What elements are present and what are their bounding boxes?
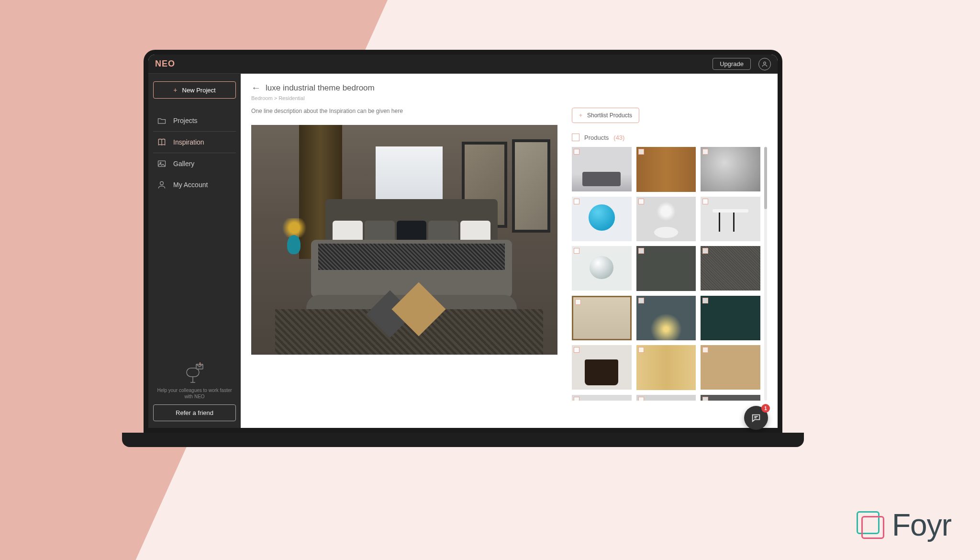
product-thumb[interactable] xyxy=(701,296,760,340)
product-checkbox[interactable] xyxy=(638,397,644,401)
product-thumb[interactable] xyxy=(572,246,632,291)
detail-column: One line description about the Inspirati… xyxy=(251,108,557,401)
plus-icon: + xyxy=(579,112,582,119)
product-thumb[interactable] xyxy=(572,147,632,191)
title-row: ← luxe industrial theme bedroom xyxy=(251,82,767,93)
app-screen: NEO Upgrade + New Project Proj xyxy=(148,55,778,428)
foyr-logo: Foyr xyxy=(857,507,951,543)
product-checkbox[interactable] xyxy=(702,199,708,204)
product-checkbox[interactable] xyxy=(638,347,644,353)
description-text: One line description about the Inspirati… xyxy=(251,108,557,114)
product-thumb[interactable] xyxy=(636,197,696,242)
product-checkbox[interactable] xyxy=(638,248,644,254)
products-scroll xyxy=(572,147,767,401)
product-checkbox[interactable] xyxy=(702,298,708,303)
account-icon[interactable] xyxy=(758,58,771,70)
product-checkbox[interactable] xyxy=(638,298,644,303)
product-thumb[interactable] xyxy=(636,296,696,341)
nav-label: My Account xyxy=(173,181,208,189)
product-thumb[interactable] xyxy=(701,197,760,241)
product-thumb[interactable] xyxy=(572,345,632,390)
chat-icon xyxy=(751,413,761,423)
scrollbar[interactable] xyxy=(764,147,767,401)
product-thumb[interactable] xyxy=(572,296,632,340)
help-text: Help your colleagues to work faster with… xyxy=(153,387,236,400)
product-thumb[interactable] xyxy=(701,395,760,401)
image-icon xyxy=(157,159,167,168)
product-thumb[interactable] xyxy=(636,147,696,192)
inspiration-hero-image xyxy=(251,125,557,355)
product-checkbox[interactable] xyxy=(702,347,708,353)
product-thumb[interactable] xyxy=(636,246,696,291)
breadcrumb: Bedroom > Residential xyxy=(251,95,767,101)
product-checkbox[interactable] xyxy=(638,199,644,204)
screen-bezel: NEO Upgrade + New Project Proj xyxy=(144,50,782,433)
products-count: (43) xyxy=(613,134,624,141)
product-thumb[interactable] xyxy=(572,395,632,401)
laptop-base xyxy=(122,433,804,447)
scrollbar-thumb[interactable] xyxy=(764,147,767,209)
product-thumb[interactable] xyxy=(636,395,696,401)
folder-icon xyxy=(157,116,167,125)
nav-list: Projects Inspiration Gallery My Acc xyxy=(153,110,236,195)
person-icon xyxy=(157,180,167,190)
product-checkbox[interactable] xyxy=(574,199,579,204)
mailbox-icon xyxy=(153,361,236,383)
foyr-wordmark: Foyr xyxy=(892,507,951,543)
sidebar-item-gallery[interactable]: Gallery xyxy=(153,153,236,174)
product-thumb[interactable] xyxy=(701,345,760,390)
product-checkbox[interactable] xyxy=(702,248,708,254)
products-column: + Shortlist Products Products (43) xyxy=(572,108,767,401)
nav-label: Projects xyxy=(173,117,198,124)
product-checkbox[interactable] xyxy=(575,299,581,305)
sidebar-item-inspiration[interactable]: Inspiration xyxy=(153,131,236,153)
new-project-button[interactable]: + New Project xyxy=(153,81,236,99)
sidebar: + New Project Projects Inspiration xyxy=(148,74,241,428)
product-checkbox[interactable] xyxy=(574,149,579,155)
shortlist-label: Shortlist Products xyxy=(587,112,632,119)
product-checkbox[interactable] xyxy=(702,397,708,401)
product-thumb[interactable] xyxy=(701,147,760,191)
content-row: One line description about the Inspirati… xyxy=(251,108,767,401)
sidebar-item-projects[interactable]: Projects xyxy=(153,110,236,131)
upgrade-button[interactable]: Upgrade xyxy=(713,58,751,70)
new-project-label: New Project xyxy=(182,87,216,94)
product-checkbox[interactable] xyxy=(574,347,579,353)
laptop-frame: NEO Upgrade + New Project Proj xyxy=(144,50,782,447)
plus-icon: + xyxy=(173,86,177,94)
product-checkbox[interactable] xyxy=(702,149,708,155)
main-content: ← luxe industrial theme bedroom Bedroom … xyxy=(241,74,778,428)
product-thumb[interactable] xyxy=(572,197,632,241)
svg-point-3 xyxy=(160,181,164,185)
book-icon xyxy=(157,137,167,147)
chat-button[interactable]: 1 xyxy=(744,406,768,428)
page-title: luxe industrial theme bedroom xyxy=(266,83,375,93)
foyr-mark-icon xyxy=(857,511,884,539)
products-label: Products xyxy=(584,134,609,141)
svg-point-0 xyxy=(764,62,766,64)
select-all-checkbox[interactable] xyxy=(572,134,579,141)
product-thumb[interactable] xyxy=(636,345,696,390)
product-checkbox[interactable] xyxy=(574,397,579,401)
topbar: NEO Upgrade xyxy=(148,55,778,74)
product-checkbox[interactable] xyxy=(574,248,579,254)
nav-label: Inspiration xyxy=(173,138,204,146)
product-grid xyxy=(572,147,760,401)
nav-label: Gallery xyxy=(173,160,194,168)
sidebar-item-account[interactable]: My Account xyxy=(153,174,236,195)
chat-badge: 1 xyxy=(761,404,770,413)
app-body: + New Project Projects Inspiration xyxy=(148,74,778,428)
brand-logo: NEO xyxy=(155,59,175,69)
product-checkbox[interactable] xyxy=(638,149,644,155)
product-thumb[interactable] xyxy=(701,246,760,291)
shortlist-products-button[interactable]: + Shortlist Products xyxy=(572,108,639,123)
products-header: Products (43) xyxy=(572,134,767,141)
back-arrow-icon[interactable]: ← xyxy=(251,82,261,93)
refer-friend-button[interactable]: Refer a friend xyxy=(153,404,236,421)
